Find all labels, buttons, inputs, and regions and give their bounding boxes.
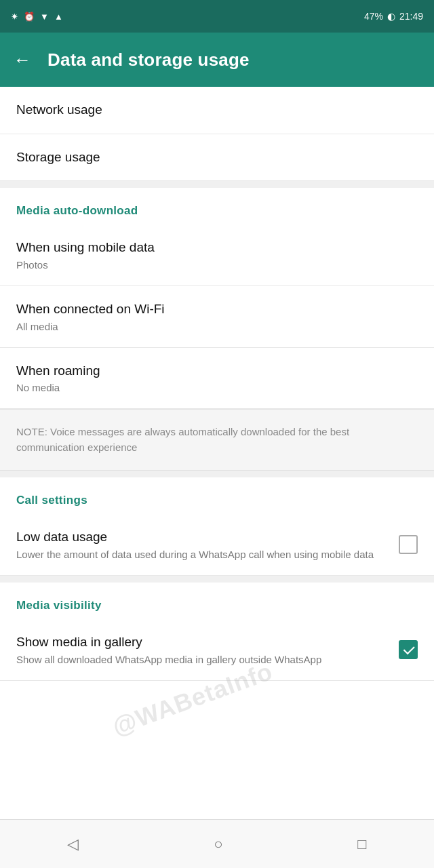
show-media-gallery-item[interactable]: Show media in gallery Show all downloade…: [0, 619, 434, 681]
roaming-item[interactable]: When roaming No media: [0, 348, 434, 410]
signal-icon: ▲: [54, 12, 63, 22]
show-media-checkbox[interactable]: [399, 640, 418, 659]
wifi-icon: ▼: [40, 12, 49, 22]
divider-1: [0, 181, 434, 188]
mobile-data-title: When using mobile data: [16, 239, 418, 256]
wifi-item[interactable]: When connected on Wi-Fi All media: [0, 286, 434, 348]
time: 21:49: [399, 11, 423, 22]
wifi-subtitle: All media: [16, 321, 418, 332]
storage-usage-item[interactable]: Storage usage: [0, 134, 434, 182]
show-media-subtitle: Show all downloaded WhatsApp media in ga…: [16, 654, 388, 665]
nav-home-button[interactable]: ○: [214, 835, 222, 853]
status-bar-right-info: 47% ◐ 21:49: [364, 11, 423, 22]
low-data-usage-item[interactable]: Low data usage Lower the amount of data …: [0, 514, 434, 576]
show-media-text-block: Show media in gallery Show all downloade…: [16, 634, 388, 665]
low-data-checkbox[interactable]: [399, 535, 418, 554]
wifi-title: When connected on Wi-Fi: [16, 301, 418, 318]
network-usage-item[interactable]: Network usage: [0, 87, 434, 134]
roaming-subtitle: No media: [16, 382, 418, 393]
mobile-data-item[interactable]: When using mobile data Photos: [0, 224, 434, 286]
call-settings-title: Call settings: [16, 494, 87, 507]
nav-recents-button[interactable]: □: [357, 835, 366, 853]
nav-back-button[interactable]: ◁: [67, 835, 79, 853]
voice-note-box: NOTE: Voice messages are always automati…: [0, 409, 434, 471]
back-button[interactable]: ←: [14, 50, 31, 71]
divider-3: [0, 576, 434, 583]
media-visibility-header: Media visibility: [0, 583, 434, 619]
page-title: Data and storage usage: [47, 50, 250, 71]
media-auto-download-title: Media auto-download: [16, 204, 138, 217]
media-visibility-title: Media visibility: [16, 599, 102, 612]
mobile-data-subtitle: Photos: [16, 259, 418, 271]
low-data-subtitle: Lower the amount of data used during a W…: [16, 549, 388, 560]
media-auto-download-header: Media auto-download: [0, 188, 434, 224]
status-bar-left-icons: ✷ ⏰ ▼ ▲: [11, 12, 63, 22]
main-content: Network usage Storage usage Media auto-d…: [0, 87, 434, 868]
alarm-icon: ⏰: [24, 12, 35, 22]
low-data-text-block: Low data usage Lower the amount of data …: [16, 529, 388, 560]
bottom-navigation: ◁ ○ □: [0, 819, 434, 868]
low-data-title: Low data usage: [16, 529, 388, 546]
app-bar: ← Data and storage usage: [0, 33, 434, 87]
voice-note-text: NOTE: Voice messages are always automati…: [16, 426, 349, 453]
call-settings-header: Call settings: [0, 477, 434, 514]
roaming-title: When roaming: [16, 363, 418, 380]
bluetooth-icon: ✷: [11, 12, 18, 22]
network-usage-title: Network usage: [16, 102, 418, 119]
show-media-title: Show media in gallery: [16, 634, 388, 651]
battery-level: 47%: [364, 11, 383, 22]
status-bar: ✷ ⏰ ▼ ▲ 47% ◐ 21:49: [0, 0, 434, 33]
storage-usage-title: Storage usage: [16, 149, 418, 166]
divider-2: [0, 471, 434, 477]
battery-icon: ◐: [387, 11, 395, 22]
